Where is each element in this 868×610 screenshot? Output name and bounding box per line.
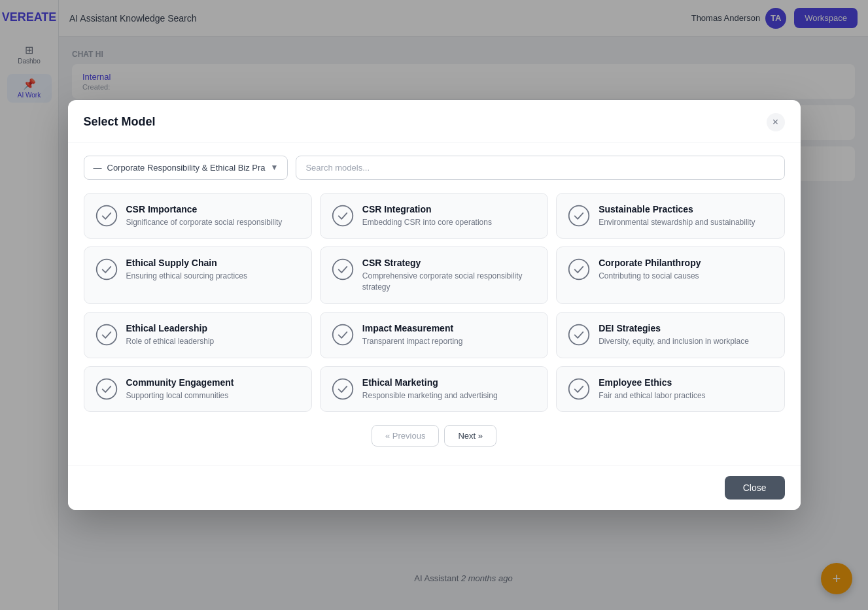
card-title: Sustainable Practices (599, 204, 755, 214)
pagination: « Previous Next » (84, 425, 785, 447)
modal-overlay: Select Model × — Corporate Responsibilit… (0, 0, 868, 610)
previous-button[interactable]: « Previous (372, 425, 439, 447)
card-title: DEI Strategies (599, 323, 749, 333)
card-desc: Contributing to social causes (599, 271, 701, 282)
modal-title: Select Model (84, 115, 156, 129)
svg-point-8 (569, 325, 589, 345)
model-card[interactable]: Ethical Supply Chain Ensuring ethical so… (84, 246, 312, 304)
card-desc: Role of ethical leadership (126, 336, 215, 347)
model-card[interactable]: CSR Importance Significance of corporate… (84, 193, 312, 239)
card-text: Community Engagement Supporting local co… (126, 377, 234, 401)
check-circle-icon (567, 377, 591, 401)
card-text: Impact Measurement Transparent impact re… (362, 323, 463, 347)
card-desc: Ensuring ethical sourcing practices (126, 271, 247, 282)
card-title: Ethical Supply Chain (126, 258, 247, 268)
search-input[interactable] (296, 156, 784, 180)
svg-point-5 (569, 260, 589, 280)
card-text: Ethical Supply Chain Ensuring ethical so… (126, 258, 247, 282)
card-title: Corporate Philanthropy (599, 258, 701, 268)
card-desc: Fair and ethical labor practices (599, 390, 705, 401)
model-card[interactable]: Impact Measurement Transparent impact re… (320, 312, 548, 358)
close-button[interactable]: Close (725, 476, 785, 500)
card-desc: Embedding CSR into core operations (362, 217, 492, 228)
select-model-modal: Select Model × — Corporate Responsibilit… (68, 100, 801, 511)
model-card[interactable]: Employee Ethics Fair and ethical labor p… (556, 366, 784, 413)
card-text: Ethical Leadership Role of ethical leade… (126, 323, 215, 347)
modal-header: Select Model × (68, 100, 801, 143)
svg-point-11 (569, 379, 589, 399)
modal-footer: Close (68, 465, 801, 510)
check-circle-icon (567, 204, 591, 228)
card-desc: Responsible marketing and advertising (362, 390, 498, 401)
chevron-down-icon: ▼ (271, 163, 279, 172)
check-circle-icon (331, 258, 355, 281)
model-card[interactable]: Sustainable Practices Environmental stew… (556, 193, 784, 239)
model-card[interactable]: CSR Integration Embedding CSR into core … (320, 193, 548, 239)
card-title: CSR Strategy (362, 258, 537, 268)
card-title: CSR Importance (126, 204, 283, 214)
modal-body: — Corporate Responsibility & Ethical Biz… (68, 143, 801, 466)
card-text: DEI Strategies Diversity, equity, and in… (599, 323, 749, 347)
card-title: Employee Ethics (599, 377, 705, 388)
model-card[interactable]: Ethical Leadership Role of ethical leade… (84, 312, 312, 358)
card-title: Community Engagement (126, 377, 234, 388)
svg-point-3 (96, 260, 116, 280)
check-circle-icon (567, 323, 591, 347)
model-card[interactable]: Ethical Marketing Responsible marketing … (320, 366, 548, 413)
check-circle-icon (331, 323, 355, 347)
card-text: CSR Strategy Comprehensive corporate soc… (362, 258, 537, 293)
check-circle-icon (95, 323, 118, 347)
svg-point-6 (96, 325, 116, 345)
card-desc: Significance of corporate social respons… (126, 217, 283, 228)
modal-close-button[interactable]: × (767, 113, 785, 131)
svg-point-10 (333, 379, 353, 399)
card-text: CSR Integration Embedding CSR into core … (362, 204, 492, 228)
svg-point-9 (96, 379, 116, 399)
check-circle-icon (331, 377, 355, 401)
card-desc: Transparent impact reporting (362, 336, 463, 347)
check-circle-icon (567, 258, 591, 281)
model-card[interactable]: Community Engagement Supporting local co… (84, 366, 312, 413)
svg-point-2 (569, 205, 589, 226)
filter-bar: — Corporate Responsibility & Ethical Biz… (84, 156, 785, 180)
card-text: CSR Importance Significance of corporate… (126, 204, 283, 228)
model-card[interactable]: Corporate Philanthropy Contributing to s… (556, 246, 784, 304)
category-select-value: Corporate Responsibility & Ethical Biz P… (107, 163, 266, 173)
card-text: Ethical Marketing Responsible marketing … (362, 377, 498, 401)
card-title: Ethical Leadership (126, 323, 215, 333)
svg-point-0 (96, 205, 116, 226)
next-button[interactable]: Next » (444, 425, 496, 447)
card-text: Employee Ethics Fair and ethical labor p… (599, 377, 705, 401)
cards-grid: CSR Importance Significance of corporate… (84, 193, 785, 413)
dash-icon: — (94, 163, 102, 173)
card-text: Corporate Philanthropy Contributing to s… (599, 258, 701, 282)
card-desc: Diversity, equity, and inclusion in work… (599, 336, 749, 347)
card-desc: Environmental stewardship and sustainabi… (599, 217, 755, 228)
card-title: Ethical Marketing (362, 377, 498, 388)
check-circle-icon (95, 204, 118, 228)
check-circle-icon (95, 258, 118, 281)
svg-point-1 (333, 205, 353, 226)
card-desc: Supporting local communities (126, 390, 234, 401)
check-circle-icon (95, 377, 118, 401)
model-card[interactable]: CSR Strategy Comprehensive corporate soc… (320, 246, 548, 304)
model-card[interactable]: DEI Strategies Diversity, equity, and in… (556, 312, 784, 358)
card-title: Impact Measurement (362, 323, 463, 333)
svg-point-7 (333, 325, 353, 345)
card-text: Sustainable Practices Environmental stew… (599, 204, 755, 228)
card-title: CSR Integration (362, 204, 492, 214)
check-circle-icon (331, 204, 355, 228)
svg-point-4 (333, 260, 353, 280)
category-select[interactable]: — Corporate Responsibility & Ethical Biz… (84, 156, 288, 180)
card-desc: Comprehensive corporate social responsib… (362, 271, 537, 293)
